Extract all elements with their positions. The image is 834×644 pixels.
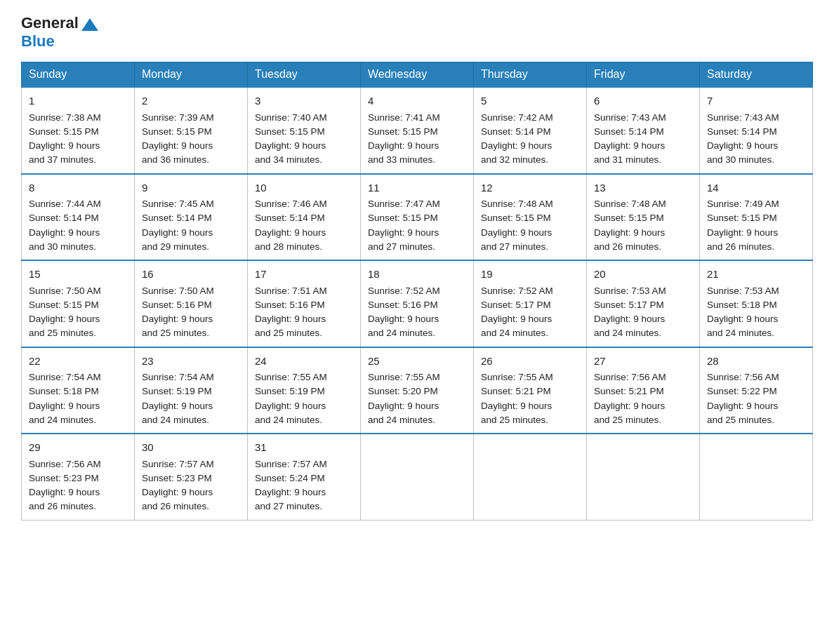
day-number: 9 — [142, 180, 240, 196]
day-number: 4 — [368, 93, 466, 109]
sunrise-info: Sunrise: 7:48 AM — [594, 199, 666, 209]
day-number: 23 — [142, 354, 240, 370]
calendar-cell: 14 Sunrise: 7:49 AM Sunset: 5:15 PM Dayl… — [700, 174, 813, 261]
calendar-cell: 2 Sunrise: 7:39 AM Sunset: 5:15 PM Dayli… — [135, 87, 248, 174]
sunrise-info: Sunrise: 7:52 AM — [368, 286, 440, 296]
calendar-week-row: 15 Sunrise: 7:50 AM Sunset: 5:15 PM Dayl… — [22, 260, 813, 347]
sunset-info: Sunset: 5:17 PM — [481, 300, 551, 310]
daylight-minutes: and 31 minutes. — [594, 154, 661, 165]
day-number: 8 — [29, 180, 127, 196]
day-number: 21 — [707, 267, 805, 283]
daylight-minutes: and 28 minutes. — [255, 241, 322, 252]
calendar-cell: 29 Sunrise: 7:56 AM Sunset: 5:23 PM Dayl… — [22, 434, 135, 520]
daylight-info: Daylight: 9 hours — [594, 314, 665, 324]
sunrise-info: Sunrise: 7:53 AM — [707, 286, 779, 296]
daylight-info: Daylight: 9 hours — [481, 227, 552, 238]
logo-triangle-icon — [81, 18, 98, 31]
day-number: 7 — [707, 93, 805, 109]
day-number: 3 — [255, 93, 353, 109]
logo: General Blue — [21, 14, 98, 51]
daylight-minutes: and 26 minutes. — [707, 241, 774, 252]
day-number: 19 — [481, 267, 579, 283]
sunrise-info: Sunrise: 7:55 AM — [368, 372, 440, 382]
daylight-info: Daylight: 9 hours — [29, 487, 100, 497]
calendar-cell: 19 Sunrise: 7:52 AM Sunset: 5:17 PM Dayl… — [474, 260, 587, 347]
day-number: 20 — [594, 267, 692, 283]
day-number: 28 — [707, 354, 805, 370]
calendar-cell: 1 Sunrise: 7:38 AM Sunset: 5:15 PM Dayli… — [22, 87, 135, 174]
calendar-week-row: 29 Sunrise: 7:56 AM Sunset: 5:23 PM Dayl… — [22, 434, 813, 520]
daylight-info: Daylight: 9 hours — [707, 227, 778, 238]
calendar-week-row: 22 Sunrise: 7:54 AM Sunset: 5:18 PM Dayl… — [22, 347, 813, 434]
calendar-cell: 8 Sunrise: 7:44 AM Sunset: 5:14 PM Dayli… — [22, 174, 135, 261]
calendar-table: SundayMondayTuesdayWednesdayThursdayFrid… — [21, 62, 813, 521]
calendar-cell: 6 Sunrise: 7:43 AM Sunset: 5:14 PM Dayli… — [587, 87, 700, 174]
daylight-info: Daylight: 9 hours — [29, 314, 100, 324]
day-number: 26 — [481, 354, 579, 370]
day-number: 13 — [594, 180, 692, 196]
daylight-info: Daylight: 9 hours — [707, 401, 778, 411]
calendar-cell — [587, 434, 700, 520]
sunrise-info: Sunrise: 7:56 AM — [707, 372, 779, 382]
sunrise-info: Sunrise: 7:46 AM — [255, 199, 327, 209]
sunset-info: Sunset: 5:15 PM — [142, 126, 212, 137]
sunset-info: Sunset: 5:19 PM — [142, 386, 212, 396]
day-of-week-header: Thursday — [474, 62, 587, 88]
day-of-week-header: Friday — [587, 62, 700, 88]
daylight-info: Daylight: 9 hours — [29, 227, 100, 238]
daylight-minutes: and 25 minutes. — [594, 415, 661, 425]
day-number: 22 — [29, 354, 127, 370]
daylight-info: Daylight: 9 hours — [142, 487, 213, 497]
calendar-body: 1 Sunrise: 7:38 AM Sunset: 5:15 PM Dayli… — [22, 87, 813, 520]
daylight-info: Daylight: 9 hours — [368, 401, 439, 411]
sunset-info: Sunset: 5:15 PM — [707, 213, 777, 223]
daylight-minutes: and 33 minutes. — [368, 154, 435, 165]
logo-blue-text: Blue — [21, 32, 55, 51]
sunset-info: Sunset: 5:21 PM — [594, 386, 664, 396]
sunset-info: Sunset: 5:14 PM — [142, 213, 212, 223]
calendar-cell: 18 Sunrise: 7:52 AM Sunset: 5:16 PM Dayl… — [361, 260, 474, 347]
day-number: 25 — [368, 354, 466, 370]
sunset-info: Sunset: 5:24 PM — [255, 473, 325, 483]
calendar-cell: 20 Sunrise: 7:53 AM Sunset: 5:17 PM Dayl… — [587, 260, 700, 347]
day-number: 29 — [29, 440, 127, 456]
sunrise-info: Sunrise: 7:47 AM — [368, 199, 440, 209]
sunset-info: Sunset: 5:17 PM — [594, 300, 664, 310]
daylight-info: Daylight: 9 hours — [255, 227, 326, 238]
sunset-info: Sunset: 5:15 PM — [368, 213, 438, 223]
daylight-minutes: and 27 minutes. — [255, 501, 322, 511]
sunrise-info: Sunrise: 7:54 AM — [29, 372, 101, 382]
calendar-cell: 11 Sunrise: 7:47 AM Sunset: 5:15 PM Dayl… — [361, 174, 474, 261]
day-of-week-header: Tuesday — [248, 62, 361, 88]
sunset-info: Sunset: 5:15 PM — [368, 126, 438, 137]
page-header: General Blue — [21, 14, 813, 51]
daylight-minutes: and 29 minutes. — [142, 241, 209, 252]
sunset-info: Sunset: 5:16 PM — [368, 300, 438, 310]
calendar-cell — [700, 434, 813, 520]
daylight-minutes: and 25 minutes. — [29, 328, 96, 338]
sunset-info: Sunset: 5:14 PM — [255, 213, 325, 223]
calendar-cell: 21 Sunrise: 7:53 AM Sunset: 5:18 PM Dayl… — [700, 260, 813, 347]
day-number: 5 — [481, 93, 579, 109]
sunset-info: Sunset: 5:18 PM — [29, 386, 99, 396]
sunset-info: Sunset: 5:16 PM — [255, 300, 325, 310]
sunrise-info: Sunrise: 7:56 AM — [594, 372, 666, 382]
calendar-header-row: SundayMondayTuesdayWednesdayThursdayFrid… — [22, 62, 813, 88]
daylight-minutes: and 24 minutes. — [255, 415, 322, 425]
day-number: 16 — [142, 267, 240, 283]
day-number: 6 — [594, 93, 692, 109]
daylight-minutes: and 24 minutes. — [594, 328, 661, 338]
sunset-info: Sunset: 5:14 PM — [707, 126, 777, 137]
sunrise-info: Sunrise: 7:42 AM — [481, 112, 553, 123]
day-number: 30 — [142, 440, 240, 456]
day-number: 14 — [707, 180, 805, 196]
day-of-week-header: Monday — [135, 62, 248, 88]
daylight-minutes: and 25 minutes. — [707, 415, 774, 425]
sunset-info: Sunset: 5:20 PM — [368, 386, 438, 396]
sunrise-info: Sunrise: 7:56 AM — [29, 459, 101, 469]
sunrise-info: Sunrise: 7:50 AM — [142, 286, 214, 296]
calendar-cell: 4 Sunrise: 7:41 AM Sunset: 5:15 PM Dayli… — [361, 87, 474, 174]
calendar-week-row: 8 Sunrise: 7:44 AM Sunset: 5:14 PM Dayli… — [22, 174, 813, 261]
sunrise-info: Sunrise: 7:54 AM — [142, 372, 214, 382]
day-number: 24 — [255, 354, 353, 370]
